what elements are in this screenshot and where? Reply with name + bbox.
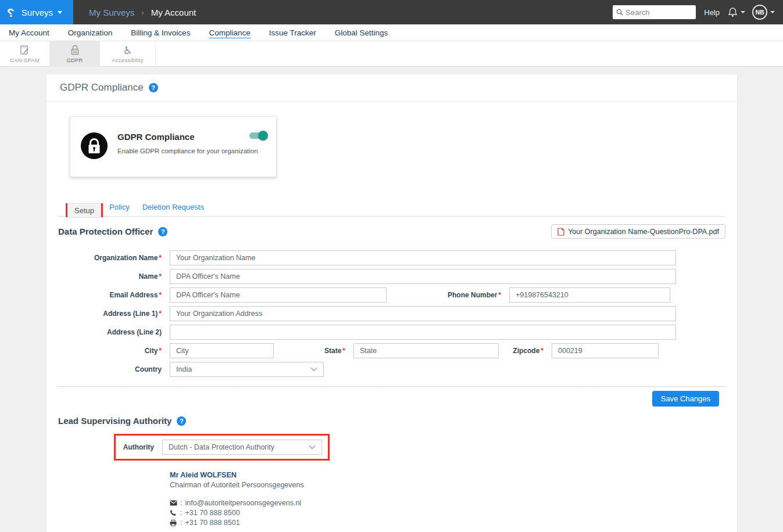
annotation-box-setup: Setup	[66, 203, 103, 217]
search-box[interactable]	[613, 5, 696, 19]
product-label: Surveys	[22, 8, 53, 17]
padlock-icon	[70, 45, 80, 56]
card-subtitle: Enable GDPR compliance for your organiza…	[117, 148, 258, 154]
email-address-field[interactable]	[170, 287, 387, 303]
organization-name-field[interactable]	[170, 250, 676, 265]
bell-icon	[728, 7, 738, 17]
nav-issue-tracker[interactable]: Issue Tracker	[268, 26, 317, 39]
questionpro-logo-icon: ?	[7, 6, 15, 19]
compliance-tab-bar: CAN-SPAM GDPR ♿ Accessibility	[0, 41, 783, 67]
authority-value: Dutch - Data Protection Authority	[169, 443, 274, 451]
chevron-down-icon	[741, 11, 745, 13]
pdf-button-label: Your Organization Name-QuestionPro-DPA.p…	[568, 228, 719, 236]
tab-gdpr[interactable]: GDPR	[50, 41, 100, 67]
pdf-file-icon	[557, 228, 564, 236]
city-label: City*	[58, 347, 162, 355]
toggle-knob	[258, 131, 268, 141]
chevron-down-icon	[310, 367, 317, 372]
tab-can-spam[interactable]: CAN-SPAM	[0, 41, 50, 67]
contact-fax: +31 70 888 8501	[185, 519, 239, 527]
tab-label: CAN-SPAM	[10, 57, 40, 63]
help-icon[interactable]: ?	[149, 83, 158, 92]
contact-email: info@autoriteitpersoonsgegevens.nl	[185, 499, 301, 507]
panel-header: GDPR Compliance ?	[47, 74, 737, 102]
tab-label: GDPR	[66, 57, 83, 63]
authority-select[interactable]: Dutch - Data Protection Authority	[162, 440, 322, 455]
form-row: Name*	[58, 269, 725, 284]
search-icon	[616, 9, 623, 16]
gdpr-enable-card: GDPR Compliance Enable GDPR compliance f…	[70, 116, 277, 177]
form-row: Address (Line 1)*	[58, 306, 725, 321]
state-label: State*	[274, 347, 345, 355]
help-link[interactable]: Help	[704, 8, 720, 17]
nav-compliance[interactable]: Compliance	[208, 26, 251, 39]
breadcrumb: My Surveys › My Account	[89, 8, 196, 17]
chevron-down-icon	[309, 445, 316, 450]
contact-phone-row: : +31 70 888 8500	[170, 509, 737, 517]
account-nav: My Account Organization Billing & Invoic…	[0, 24, 783, 41]
phone-number-label: Phone Number*	[387, 291, 501, 299]
main-content: GDPR Compliance ? GDPR Compliance Enable…	[0, 67, 783, 532]
nav-billing-invoices[interactable]: Billing & Invoices	[130, 26, 191, 39]
organization-name-label: Organization Name*	[58, 254, 162, 262]
nav-my-account[interactable]: My Account	[8, 26, 51, 39]
address-line1-label: Address (Line 1)*	[58, 310, 162, 318]
phone-icon	[170, 510, 178, 516]
breadcrumb-my-surveys[interactable]: My Surveys	[89, 8, 134, 17]
tab-deletion-requests[interactable]: Deletion Requests	[136, 199, 210, 215]
zipcode-label: Zipcode*	[499, 347, 544, 355]
zipcode-field[interactable]	[552, 343, 659, 358]
authority-contact-name: Mr Aleid WOLFSEN	[170, 471, 737, 479]
dpo-save-button[interactable]: Save Changes	[652, 391, 719, 407]
envelope-icon	[170, 500, 178, 506]
form-row: Address (Line 2)	[58, 325, 725, 340]
lock-badge-icon	[80, 132, 108, 160]
chevron-down-icon	[770, 11, 775, 13]
form-row: City* State* Zipcode*	[58, 343, 725, 358]
country-select[interactable]: India	[170, 362, 324, 377]
dpo-form: Organization Name* Name* Email Address* …	[58, 250, 725, 377]
tab-setup[interactable]: Setup	[67, 203, 101, 218]
phone-number-field[interactable]	[509, 287, 670, 303]
city-field[interactable]	[170, 343, 274, 358]
help-icon[interactable]: ?	[158, 227, 167, 236]
name-field[interactable]	[170, 269, 676, 284]
form-row: Organization Name*	[58, 250, 725, 265]
authority-contact-card: Mr Aleid WOLFSEN Chairman of Autoriteit …	[170, 471, 737, 527]
address-line2-label: Address (Line 2)	[58, 328, 162, 336]
product-switcher[interactable]: ? Surveys	[0, 0, 73, 24]
top-navbar: ? Surveys My Surveys › My Account Help N…	[0, 0, 783, 24]
dpo-heading: Data Protection Officer ?	[58, 227, 167, 236]
dpa-pdf-button[interactable]: Your Organization Name-QuestionPro-DPA.p…	[551, 224, 725, 239]
nav-organization[interactable]: Organization	[67, 26, 114, 39]
nav-global-settings[interactable]: Global Settings	[334, 26, 389, 39]
address-line1-field[interactable]	[170, 306, 676, 321]
tab-policy[interactable]: Policy	[103, 199, 136, 215]
tab-label: Accessibility	[112, 57, 143, 63]
country-label: Country	[58, 365, 162, 373]
help-icon[interactable]: ?	[177, 416, 186, 426]
fax-icon	[170, 520, 178, 526]
avatar: NB	[752, 5, 767, 20]
tab-accessibility[interactable]: ♿ Accessibility	[100, 41, 156, 67]
breadcrumb-separator: ›	[141, 8, 144, 17]
country-value: India	[176, 365, 192, 373]
search-input[interactable]	[625, 8, 689, 17]
contact-fax-row: : +31 70 888 8501	[170, 519, 737, 527]
page-title: GDPR Compliance	[60, 82, 144, 94]
setup-tab-bar: Setup Policy Deletion Requests	[58, 199, 725, 217]
card-title: GDPR Compliance	[117, 132, 258, 142]
name-label: Name*	[58, 272, 162, 281]
wheelchair-icon: ♿	[123, 45, 132, 56]
notifications-menu[interactable]	[728, 7, 745, 17]
address-line2-field[interactable]	[170, 325, 676, 340]
form-row: Email Address* Phone Number*	[58, 287, 725, 303]
dpo-section-header: Data Protection Officer ? Your Organizat…	[58, 224, 725, 239]
account-menu[interactable]: NB	[752, 5, 775, 20]
gdpr-toggle[interactable]	[249, 132, 267, 139]
annotation-box-authority: Authority Dutch - Data Protection Author…	[114, 434, 330, 461]
lsa-section-header: Lead Supervising Authority ?	[58, 416, 725, 426]
gdpr-panel: GDPR Compliance ? GDPR Compliance Enable…	[47, 74, 737, 532]
section-divider	[58, 386, 725, 387]
state-field[interactable]	[353, 343, 499, 358]
